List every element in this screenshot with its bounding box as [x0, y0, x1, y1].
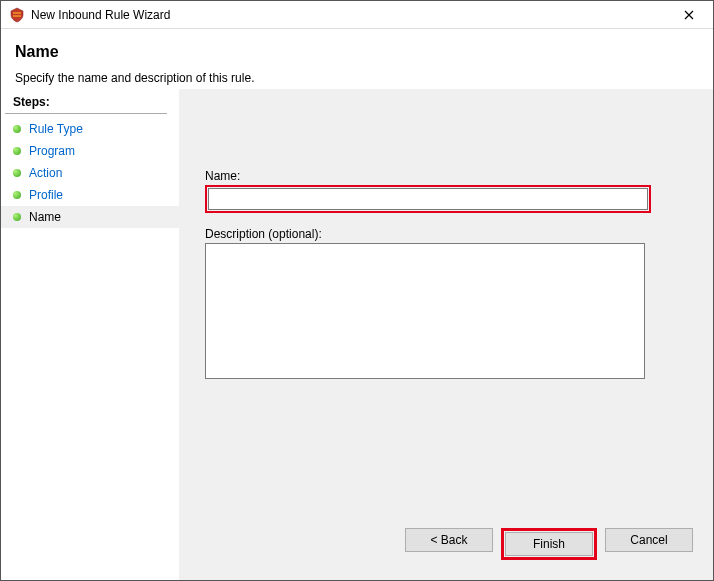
finish-button[interactable]: Finish — [505, 532, 593, 556]
wizard-body: Steps: Rule Type Program Action Profile … — [1, 89, 713, 580]
bullet-icon — [13, 191, 21, 199]
name-label: Name: — [205, 169, 669, 183]
finish-highlight-annotation: Finish — [501, 528, 597, 560]
step-label: Action — [29, 166, 62, 180]
step-label: Profile — [29, 188, 63, 202]
step-label: Program — [29, 144, 75, 158]
name-row: Name: — [205, 169, 669, 213]
window-title: New Inbound Rule Wizard — [31, 8, 669, 22]
name-input[interactable] — [208, 188, 648, 210]
close-button[interactable] — [669, 2, 709, 28]
steps-panel: Steps: Rule Type Program Action Profile … — [1, 89, 179, 580]
step-action[interactable]: Action — [1, 162, 179, 184]
step-name[interactable]: Name — [1, 206, 179, 228]
step-label: Name — [29, 210, 61, 224]
page-subtitle: Specify the name and description of this… — [15, 71, 699, 85]
titlebar: New Inbound Rule Wizard — [1, 1, 713, 29]
step-profile[interactable]: Profile — [1, 184, 179, 206]
content-panel: Name: Description (optional): < Back Fin… — [179, 89, 713, 580]
bullet-icon — [13, 125, 21, 133]
steps-label: Steps: — [5, 95, 167, 114]
step-rule-type[interactable]: Rule Type — [1, 118, 179, 140]
name-highlight-annotation — [205, 185, 651, 213]
bullet-icon — [13, 169, 21, 177]
page-title: Name — [15, 43, 699, 61]
svg-rect-0 — [13, 12, 21, 14]
bullet-icon — [13, 213, 21, 221]
svg-rect-1 — [13, 15, 21, 17]
step-program[interactable]: Program — [1, 140, 179, 162]
bullet-icon — [13, 147, 21, 155]
cancel-button[interactable]: Cancel — [605, 528, 693, 552]
description-textarea[interactable] — [205, 243, 645, 379]
back-button[interactable]: < Back — [405, 528, 493, 552]
step-label: Rule Type — [29, 122, 83, 136]
firewall-icon — [9, 7, 25, 23]
button-bar: < Back Finish Cancel — [405, 528, 693, 560]
description-row: Description (optional): — [205, 227, 669, 382]
description-label: Description (optional): — [205, 227, 669, 241]
wizard-window: New Inbound Rule Wizard Name Specify the… — [0, 0, 714, 581]
